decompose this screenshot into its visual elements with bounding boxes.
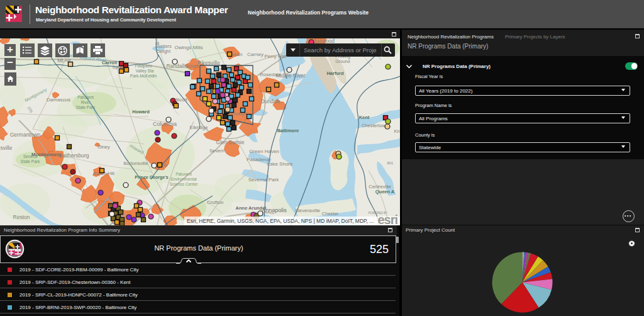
- svg-text:Valley Sta: Valley Sta: [136, 69, 154, 74]
- svg-text:Annapolis: Annapolis: [262, 207, 287, 213]
- svg-text:Park-McKeldin: Park-McKeldin: [130, 74, 157, 78]
- svg-text:Severn: Severn: [209, 148, 225, 154]
- svg-text:Dundalk: Dundalk: [260, 98, 280, 104]
- svg-text:POWERED BY: POWERED BY: [368, 212, 387, 215]
- svg-text:sville: sville: [1, 145, 13, 151]
- svg-text:Ground: Ground: [335, 59, 350, 64]
- svg-text:Delight: Delight: [157, 49, 170, 54]
- svg-text:Carney: Carney: [247, 52, 264, 57]
- svg-text:Patapsco: Patapsco: [135, 64, 152, 69]
- svg-text:Randallstown: Randallstown: [166, 63, 198, 69]
- svg-text:Science Center: Science Center: [170, 182, 198, 186]
- svg-text:Chester: Chester: [322, 211, 339, 217]
- svg-text:Lake Shore: Lake Shore: [267, 161, 293, 167]
- svg-text:State Park: State Park: [21, 159, 40, 164]
- svg-text:Queen A: Queen A: [375, 189, 395, 195]
- svg-text:State Park: State Park: [76, 105, 96, 110]
- svg-text:Pikesville: Pikesville: [197, 60, 220, 66]
- svg-text:Patuxent: Patuxent: [77, 95, 94, 99]
- svg-text:Baltimore: Baltimore: [277, 128, 299, 133]
- svg-text:Severna Park: Severna Park: [248, 177, 279, 183]
- svg-text:Kent: Kent: [359, 115, 370, 120]
- svg-text:Harford: Harford: [326, 71, 344, 76]
- svg-text:Seneca: Seneca: [23, 154, 37, 159]
- svg-text:Perry Hall: Perry Hall: [264, 54, 286, 59]
- svg-text:Environmental: Environmental: [170, 177, 197, 181]
- svg-text:Esri, HERE, Garmin, USGS, NGA,: Esri, HERE, Garmin, USGS, NGA, EPA, USDA…: [187, 218, 374, 224]
- svg-text:Green Haven: Green Haven: [249, 149, 279, 154]
- svg-text:Olney: Olney: [97, 144, 110, 150]
- svg-text:Kin: Kin: [394, 128, 400, 134]
- svg-text:Reston: Reston: [13, 214, 30, 220]
- svg-text:Patuxent: Patuxent: [175, 172, 192, 176]
- svg-text:Germantown: Germantown: [10, 132, 41, 138]
- svg-text:Elkridge: Elkridge: [190, 125, 208, 130]
- svg-text:Damascus: Damascus: [47, 97, 70, 103]
- svg-text:Howard: Howard: [132, 109, 150, 115]
- svg-text:Crofton: Crofton: [207, 200, 223, 205]
- svg-text:Stevensville: Stevensville: [295, 208, 320, 213]
- svg-text:Chestertown: Chestertown: [362, 123, 388, 128]
- svg-text:Burtonsville: Burtonsville: [124, 161, 148, 166]
- svg-text:Columbia: Columbia: [153, 121, 177, 127]
- svg-text:esri: esri: [377, 213, 397, 225]
- svg-text:Prince George's: Prince George's: [135, 175, 169, 180]
- svg-text:Rosedale: Rosedale: [260, 72, 281, 77]
- svg-text:Gaithersburg: Gaithersburg: [58, 152, 89, 159]
- svg-text:River: River: [80, 100, 91, 104]
- svg-text:Pasadena: Pasadena: [247, 157, 270, 162]
- svg-text:301: 301: [387, 161, 394, 165]
- svg-text:95: 95: [155, 42, 160, 45]
- svg-text:Glen Burnie: Glen Burnie: [216, 139, 245, 145]
- svg-text:Owings Mills: Owings Mills: [175, 45, 203, 50]
- svg-text:rel: rel: [162, 162, 168, 168]
